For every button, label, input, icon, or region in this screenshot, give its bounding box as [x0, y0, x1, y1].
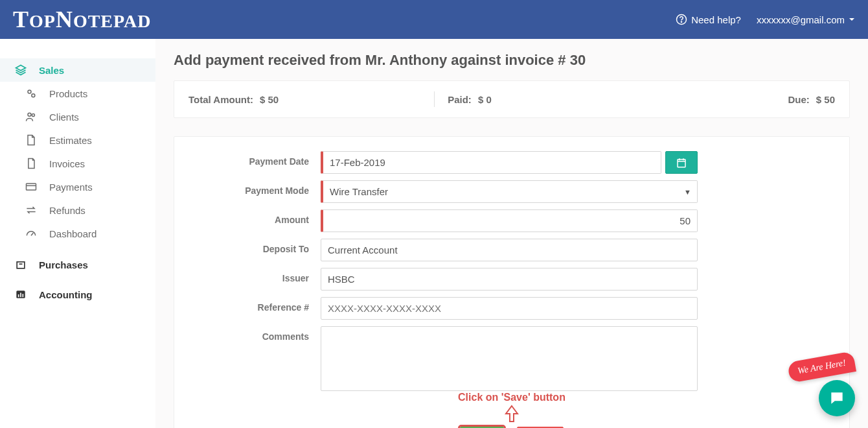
help-icon — [676, 14, 687, 25]
sidebar-item-refunds[interactable]: Refunds — [0, 198, 155, 222]
payment-form: Payment Date Payment Mode Wire Transfer … — [174, 136, 850, 428]
label-deposit-to: Deposit To — [191, 239, 321, 254]
annotation-arrow — [191, 405, 832, 423]
amount-input[interactable] — [321, 209, 698, 232]
svg-point-5 — [32, 113, 34, 116]
svg-rect-6 — [27, 184, 36, 190]
chat-fab[interactable] — [819, 380, 855, 416]
sidebar-item-payments[interactable]: Payments — [0, 175, 155, 198]
svg-point-1 — [681, 21, 682, 22]
payment-date-input[interactable] — [321, 151, 661, 174]
sidebar-label: Clients — [49, 112, 79, 123]
calendar-button[interactable] — [665, 151, 698, 174]
page-title: Add payment received from Mr. Anthony ag… — [174, 52, 850, 69]
label-payment-mode: Payment Mode — [191, 180, 321, 196]
main-content: Add payment received from Mr. Anthony ag… — [155, 39, 868, 428]
gears-icon — [25, 87, 38, 100]
sidebar-label: Invoices — [49, 158, 85, 169]
chat-icon — [828, 390, 845, 407]
layers-icon — [14, 64, 27, 77]
gauge-icon — [25, 227, 38, 240]
payment-mode-select[interactable]: Wire Transfer — [321, 180, 698, 203]
page-icon — [25, 157, 38, 170]
comments-textarea[interactable] — [321, 326, 698, 391]
users-icon — [25, 110, 38, 123]
sidebar-item-purchases[interactable]: Purchases — [0, 253, 155, 276]
sidebar-item-dashboard[interactable]: Dashboard — [0, 222, 155, 245]
svg-rect-7 — [17, 262, 25, 268]
sidebar-label: Estimates — [49, 135, 92, 146]
chat-widget: We Are Here! — [788, 357, 855, 416]
label-comments: Comments — [191, 326, 321, 342]
label-issuer: Issuer — [191, 268, 321, 283]
topbar: TOPNOTEPAD Need help? xxxxxxx@gmail.com — [0, 0, 868, 39]
sidebar-label: Accounting — [39, 289, 93, 300]
card-icon — [25, 180, 38, 193]
file-icon — [25, 134, 38, 147]
box-icon — [14, 258, 27, 271]
svg-point-2 — [28, 90, 31, 93]
sidebar-label: Purchases — [39, 259, 88, 270]
arrow-up-icon — [503, 405, 520, 423]
svg-rect-12 — [678, 159, 685, 167]
svg-rect-9 — [18, 294, 19, 297]
sidebar-item-clients[interactable]: Clients — [0, 105, 155, 128]
swap-icon — [25, 204, 38, 217]
brand-logo: TOPNOTEPAD — [13, 6, 152, 33]
svg-rect-11 — [23, 294, 24, 297]
sidebar-item-sales[interactable]: Sales — [0, 58, 155, 82]
calendar-icon — [676, 157, 687, 169]
user-email: xxxxxxx@gmail.com — [757, 14, 845, 25]
sidebar: Sales Products Clients Estimates Invoice… — [0, 39, 155, 428]
summary-due: Due: $ 50 — [788, 94, 835, 105]
sidebar-label: Payments — [49, 182, 93, 193]
annotation-text: Click on 'Save' button — [191, 392, 832, 403]
sidebar-item-invoices[interactable]: Invoices — [0, 152, 155, 175]
need-help-label: Need help? — [691, 14, 741, 25]
sidebar-label: Dashboard — [49, 228, 97, 239]
sidebar-label: Sales — [39, 65, 64, 76]
chart-icon — [14, 288, 27, 301]
caret-down-icon — [849, 16, 855, 23]
sidebar-label: Products — [49, 88, 87, 99]
svg-point-3 — [32, 94, 35, 97]
sidebar-item-accounting[interactable]: Accounting — [0, 283, 155, 306]
svg-rect-10 — [20, 293, 21, 298]
summary-card: Total Amount: $ 50 Paid: $ 0 Due: $ 50 — [174, 80, 850, 118]
sidebar-label: Refunds — [49, 205, 86, 216]
label-payment-date: Payment Date — [191, 151, 321, 167]
svg-point-4 — [28, 113, 31, 116]
label-amount: Amount — [191, 209, 321, 225]
summary-total: Total Amount: $ 50 — [188, 94, 279, 105]
issuer-input[interactable] — [321, 268, 698, 291]
deposit-to-input[interactable] — [321, 239, 698, 261]
label-reference: Reference # — [191, 297, 321, 313]
sidebar-item-estimates[interactable]: Estimates — [0, 128, 155, 152]
summary-paid: Paid: $ 0 — [448, 94, 492, 105]
sidebar-item-products[interactable]: Products — [0, 82, 155, 105]
need-help-link[interactable]: Need help? — [676, 14, 741, 25]
reference-input[interactable] — [321, 297, 698, 320]
user-menu[interactable]: xxxxxxx@gmail.com — [757, 14, 855, 25]
